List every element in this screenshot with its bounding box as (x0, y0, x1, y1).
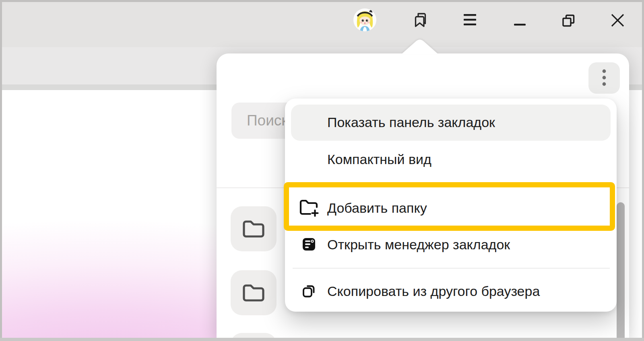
minimize-icon (512, 18, 527, 28)
panel-pointer-arrow (400, 38, 439, 54)
menu-item-add-folder[interactable]: Добавить папку (327, 200, 427, 216)
close-button[interactable] (611, 14, 625, 27)
browser-titlebar (0, 0, 644, 47)
folder-plus-icon (299, 199, 320, 219)
kebab-vertical-icon (601, 68, 607, 88)
window-frame-right (642, 0, 644, 341)
menu-item-open-bookmark-manager[interactable]: Открыть менеджер закладок (327, 236, 510, 253)
copy-icon (302, 284, 316, 299)
panel-scrollbar[interactable] (617, 202, 625, 341)
restore-window-button[interactable] (562, 14, 575, 27)
menu-item-compact-view[interactable]: Компактный вид (327, 151, 431, 167)
hamburger-icon (463, 14, 477, 26)
folder-tile[interactable] (231, 206, 277, 251)
browser-menu-button[interactable] (463, 14, 477, 26)
profile-avatar[interactable] (353, 8, 376, 31)
menu-item-label[interactable]: Показать панель закладок (327, 114, 495, 130)
bookmarks-button[interactable] (413, 12, 429, 28)
double-bookmark-icon (413, 12, 429, 28)
window-frame-bottom (0, 338, 644, 341)
alice-avatar-icon (353, 8, 376, 31)
restore-window-icon (562, 14, 575, 27)
close-icon (611, 14, 625, 27)
folder-icon (242, 283, 265, 302)
minimize-button[interactable] (512, 18, 527, 28)
folder-icon (242, 220, 265, 238)
panel-more-button[interactable] (588, 62, 620, 94)
menu-item-copy-from-other-browser[interactable]: Скопировать из другого браузера (327, 283, 540, 299)
bookmarks-context-menu: Показать панель закладок Компактный вид … (285, 99, 617, 312)
window-frame-left (0, 0, 2, 341)
bookmark-manager-icon (302, 238, 316, 253)
window-frame-top (0, 0, 644, 2)
folder-tile[interactable] (231, 270, 277, 315)
browser-window: Закладки (0, 0, 644, 341)
menu-divider (293, 268, 610, 269)
